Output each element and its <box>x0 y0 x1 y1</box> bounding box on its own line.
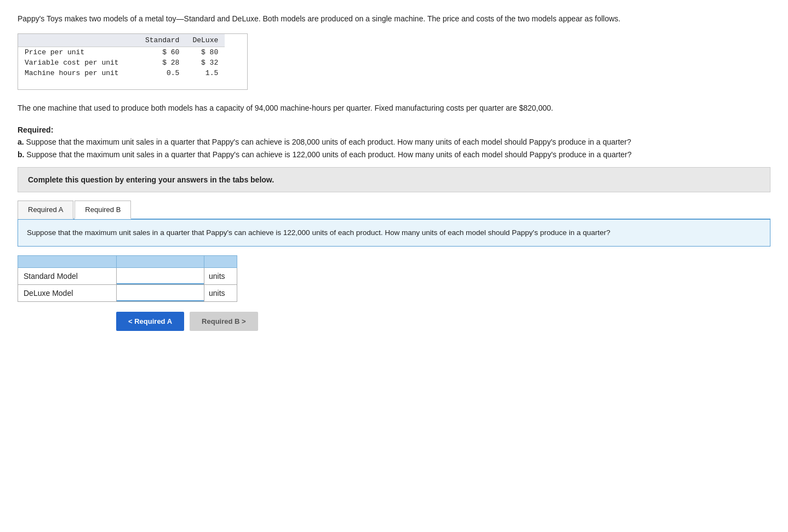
tab-required-b[interactable]: Required B <box>75 201 131 219</box>
answer-row-standard: Standard Model units <box>18 268 237 285</box>
tab-bar: Required A Required B <box>18 200 770 220</box>
row-label-price: Price per unit <box>18 47 139 58</box>
tab-content-required-b: Suppose that the maximum unit sales in a… <box>18 220 770 247</box>
product-data-table: Standard DeLuxe Price per unit $ 60 $ 80… <box>18 33 248 90</box>
row-standard-variable-cost: $ 28 <box>139 58 186 68</box>
table-row: Variable cost per unit $ 28 $ 32 <box>18 58 225 68</box>
answer-unit-standard: units <box>204 268 237 285</box>
capacity-paragraph: The one machine that used to produce bot… <box>18 102 770 114</box>
answer-unit-deluxe: units <box>204 285 237 302</box>
row-label-variable-cost: Variable cost per unit <box>18 58 139 68</box>
col-header-empty <box>18 34 139 47</box>
required-part-b-text: Suppose that the maximum unit sales in a… <box>26 150 631 159</box>
answer-label-deluxe: DeLuxe Model <box>18 285 117 302</box>
instruction-box: Complete this question by entering your … <box>18 167 770 192</box>
row-deluxe-variable-cost: $ 32 <box>186 58 225 68</box>
answer-header-col1 <box>18 256 117 268</box>
answer-table: Standard Model units DeLuxe Model units <box>18 255 237 302</box>
intro-paragraph: Pappy's Toys makes two models of a metal… <box>18 13 770 25</box>
required-section: Required: a. Suppose that the maximum un… <box>18 124 770 161</box>
answer-row-deluxe: DeLuxe Model units <box>18 285 237 302</box>
row-deluxe-machine-hours: 1.5 <box>186 68 225 78</box>
tab-content-text: Suppose that the maximum unit sales in a… <box>27 228 610 237</box>
table-row: Price per unit $ 60 $ 80 <box>18 47 225 58</box>
col-header-deluxe: DeLuxe <box>186 34 225 47</box>
answer-input-standard[interactable] <box>117 268 204 284</box>
required-label: Required: <box>18 125 53 134</box>
answer-table-header-row <box>18 256 237 268</box>
answer-input-deluxe-cell <box>117 285 204 302</box>
answer-label-standard: Standard Model <box>18 268 117 285</box>
answer-header-col3 <box>204 256 237 268</box>
nav-buttons: Required A Required B <box>116 312 770 331</box>
row-label-machine-hours: Machine hours per unit <box>18 68 139 78</box>
tab-required-a[interactable]: Required A <box>18 201 73 219</box>
instruction-text: Complete this question by entering your … <box>28 175 274 184</box>
row-standard-machine-hours: 0.5 <box>139 68 186 78</box>
table-row: Machine hours per unit 0.5 1.5 <box>18 68 225 78</box>
required-part-a-bold: a. <box>18 138 24 146</box>
answer-input-deluxe[interactable] <box>117 285 204 301</box>
required-part-b-bold: b. <box>18 150 24 159</box>
required-part-a-text: Suppose that the maximum unit sales in a… <box>26 138 631 146</box>
nav-prev-button[interactable]: Required A <box>116 312 184 331</box>
answer-header-col2 <box>117 256 204 268</box>
col-header-standard: Standard <box>139 34 186 47</box>
tabs-container: Required A Required B Suppose that the m… <box>18 200 770 331</box>
row-standard-price: $ 60 <box>139 47 186 58</box>
nav-next-button[interactable]: Required B <box>190 312 258 331</box>
answer-input-standard-cell <box>117 268 204 285</box>
row-deluxe-price: $ 80 <box>186 47 225 58</box>
